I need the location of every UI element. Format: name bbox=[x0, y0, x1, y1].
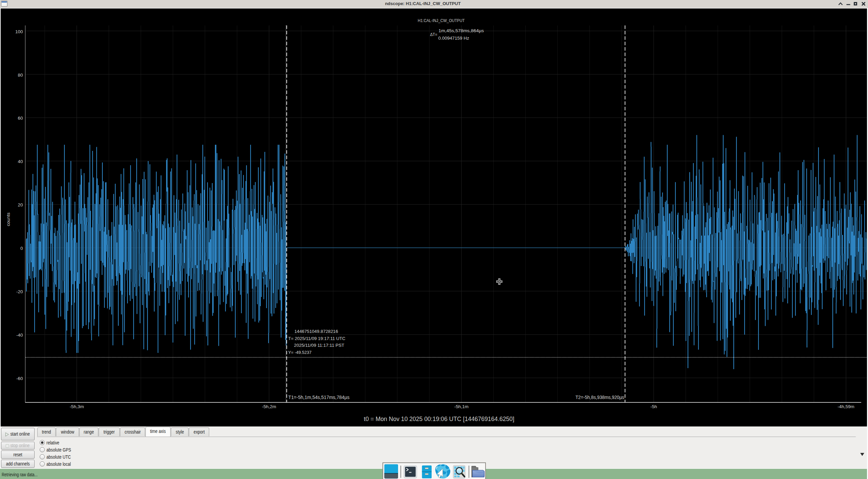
svg-text:20: 20 bbox=[18, 202, 23, 207]
svg-text:1m,45s,578ms,864µs: 1m,45s,578ms,864µs bbox=[438, 28, 484, 33]
svg-text:-5h,2m: -5h,2m bbox=[262, 404, 276, 409]
svg-text:-60: -60 bbox=[16, 376, 23, 381]
svg-text:-40: -40 bbox=[16, 333, 23, 338]
svg-text:T2=-5h,8s,938ms,920µs: T2=-5h,8s,938ms,920µs bbox=[575, 395, 624, 400]
svg-text:2025/11/09 11:17:11 PST: 2025/11/09 11:17:11 PST bbox=[294, 343, 344, 348]
svg-text:-5h,1m: -5h,1m bbox=[454, 404, 469, 409]
svg-text:-20: -20 bbox=[16, 289, 23, 294]
svg-text:40: 40 bbox=[18, 159, 23, 164]
svg-text:100: 100 bbox=[15, 29, 23, 34]
svg-text:-5h,3m: -5h,3m bbox=[70, 404, 84, 409]
svg-text:0: 0 bbox=[20, 246, 23, 251]
svg-text:Y= -49.5237: Y= -49.5237 bbox=[288, 350, 312, 355]
svg-text:T1=-5h,1m,54s,517ms,784µs: T1=-5h,1m,54s,517ms,784µs bbox=[288, 395, 349, 400]
svg-text:ΔT=: ΔT= bbox=[430, 32, 437, 37]
svg-text:T= 2025/11/09 19:17:11 UTC: T= 2025/11/09 19:17:11 UTC bbox=[288, 336, 346, 341]
svg-text:counts: counts bbox=[6, 213, 11, 226]
svg-text:H1:CAL-INJ_CW_OUTPUT: H1:CAL-INJ_CW_OUTPUT bbox=[418, 18, 465, 23]
svg-text:-4h,59m: -4h,59m bbox=[837, 404, 854, 409]
svg-text:-5h: -5h bbox=[650, 404, 657, 409]
svg-text:1446751049.8728216: 1446751049.8728216 bbox=[294, 329, 338, 334]
svg-text:60: 60 bbox=[18, 116, 23, 121]
svg-text:t0 = Mon Nov 10 2025 00:19:06: t0 = Mon Nov 10 2025 00:19:06 UTC [14467… bbox=[364, 415, 514, 422]
svg-text:80: 80 bbox=[18, 73, 23, 78]
svg-text:0.00947159 Hz: 0.00947159 Hz bbox=[438, 36, 469, 41]
